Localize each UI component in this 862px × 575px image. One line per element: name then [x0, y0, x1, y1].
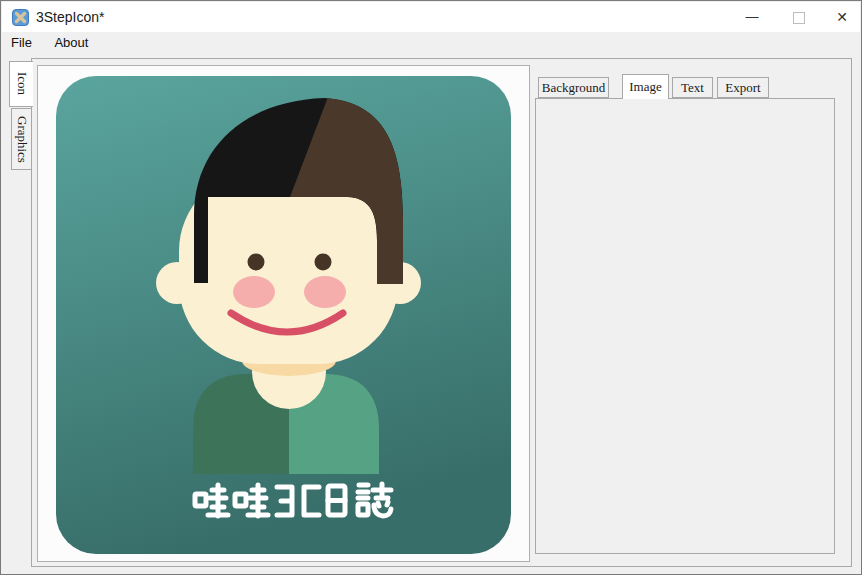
icon-preview	[56, 76, 511, 554]
tab-graphics[interactable]: Graphics	[11, 108, 31, 170]
minimize-button[interactable]: —	[729, 2, 775, 32]
image-tab-page	[535, 98, 835, 554]
maximize-button[interactable]	[776, 2, 822, 32]
avatar-cheek-left	[233, 276, 275, 308]
tab-export[interactable]: Export	[717, 77, 769, 98]
tab-icon[interactable]: Icon	[9, 61, 33, 107]
tab-image[interactable]: Image	[622, 74, 669, 99]
avatar-eye-right	[315, 254, 332, 271]
menu-about[interactable]: About	[45, 32, 97, 53]
app-icon	[12, 9, 29, 26]
close-button[interactable]: ✕	[819, 2, 862, 32]
avatar-cheek-right	[304, 276, 346, 308]
menu-file[interactable]: File	[2, 32, 41, 53]
tab-text[interactable]: Text	[672, 77, 713, 98]
maximize-icon	[793, 12, 805, 24]
title-bar[interactable]: 3StepIcon* — ✕	[2, 2, 860, 32]
app-window: 3StepIcon* — ✕ File About Icon Graphics	[0, 0, 862, 575]
menu-bar: File About	[2, 32, 860, 54]
window-title: 3StepIcon*	[36, 9, 105, 25]
avatar-eye-left	[248, 254, 265, 271]
tab-background[interactable]: Background	[538, 77, 609, 98]
